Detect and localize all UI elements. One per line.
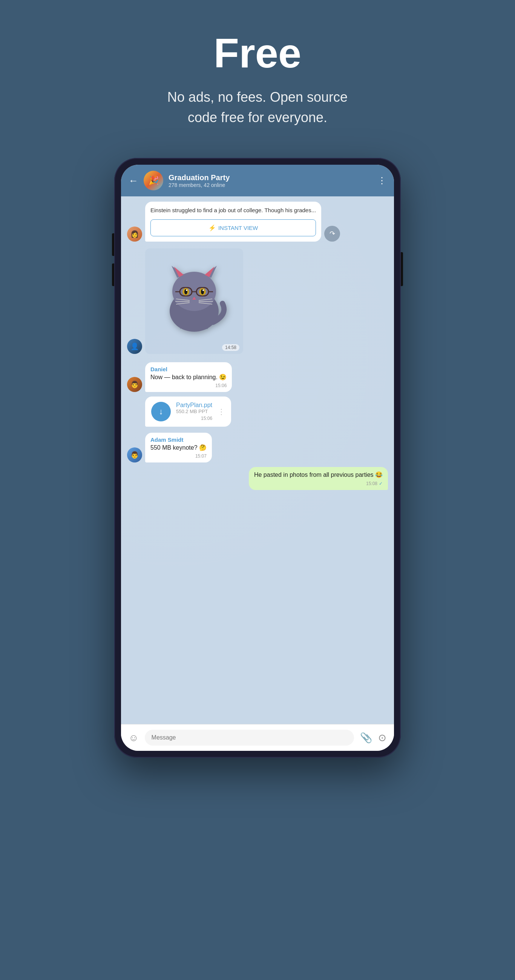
message-sender: Adam Smidt — [150, 436, 207, 443]
svg-point-13 — [186, 290, 187, 291]
file-bubble: ↓ PartyPlan.ppt 550.2 MB PPT 15:06 ⋮ — [145, 396, 231, 427]
check-icon: ✓ — [379, 481, 383, 486]
avatar: 👤 — [127, 339, 142, 354]
chat-header: ← 🎉 Graduation Party 278 members, 42 onl… — [121, 165, 394, 196]
cat-sticker — [160, 258, 228, 344]
chat-input-bar: ☺ 📎 ⊙ — [121, 724, 394, 751]
message-input[interactable] — [145, 730, 354, 746]
camera-button[interactable]: ⊙ — [378, 732, 386, 744]
group-name: Graduation Party — [169, 173, 372, 182]
side-button-power — [401, 252, 403, 286]
file-name: PartyPlan.ppt — [176, 402, 212, 409]
group-info: Graduation Party 278 members, 42 online — [169, 173, 372, 188]
phone-mockup: ← 🎉 Graduation Party 278 members, 42 onl… — [114, 158, 401, 757]
message-time: 15:07 — [150, 453, 207, 459]
side-button-vol-up — [112, 233, 114, 256]
chat-body: 👩 Einstein struggled to find a job out o… — [121, 196, 394, 724]
phone-screen: ← 🎉 Graduation Party 278 members, 42 onl… — [121, 165, 394, 751]
table-row: 👩 Einstein struggled to find a job out o… — [127, 202, 388, 242]
message-text: He pasted in photos from all previous pa… — [254, 471, 383, 479]
avatar: 👨 — [127, 447, 142, 463]
group-meta: 278 members, 42 online — [169, 182, 372, 188]
link-preview-text: Einstein struggled to find a job out of … — [150, 206, 316, 215]
svg-point-14 — [202, 290, 204, 291]
message-time: 15:08 ✓ — [254, 481, 383, 486]
table-row: ↓ PartyPlan.ppt 550.2 MB PPT 15:06 ⋮ — [127, 396, 388, 427]
avatar: 👨 — [127, 377, 142, 392]
table-row: He pasted in photos from all previous pa… — [127, 467, 388, 490]
message-text: 550 MB keynote? 🤔 — [150, 444, 207, 452]
sticker-image: l = πr² A = πr² V = l³ P = 2πr A = πr³ s… — [145, 248, 243, 354]
instant-view-label: INSTANT VIEW — [218, 224, 258, 231]
attach-button[interactable]: 📎 — [360, 732, 372, 744]
back-button[interactable]: ← — [129, 175, 139, 186]
download-button[interactable]: ↓ — [151, 402, 171, 422]
link-preview-bubble: Einstein struggled to find a job out of … — [145, 202, 321, 242]
file-menu-button[interactable]: ⋮ — [218, 407, 225, 416]
message-time: 15:06 — [150, 383, 226, 388]
share-button[interactable]: ↷ — [324, 226, 340, 242]
own-message-bubble: He pasted in photos from all previous pa… — [249, 467, 388, 490]
time-label: 15:08 — [366, 481, 377, 486]
hero-subtitle: No ads, no fees. Open sourcecode free fo… — [167, 87, 348, 128]
hero-section: Free No ads, no fees. Open sourcecode fr… — [92, 0, 423, 150]
side-button-vol-down — [112, 264, 114, 286]
phone-outer: ← 🎉 Graduation Party 278 members, 42 onl… — [114, 158, 401, 757]
file-info: PartyPlan.ppt 550.2 MB PPT 15:06 — [176, 402, 212, 421]
sticker-message: 👤 l = πr² A = πr² V = l³ P = 2πr A = πr³… — [127, 248, 388, 354]
group-avatar: 🎉 — [143, 171, 163, 190]
message-text: Now — back to planning. 😉 — [150, 373, 226, 382]
message-bubble: Adam Smidt 550 MB keynote? 🤔 15:07 — [145, 433, 212, 463]
instant-view-button[interactable]: ⚡ INSTANT VIEW — [150, 220, 316, 236]
lightning-icon: ⚡ — [209, 224, 216, 231]
file-size: 550.2 MB PPT — [176, 409, 212, 414]
file-time: 15:06 — [176, 416, 212, 421]
sticker-time: 14:58 — [222, 344, 239, 351]
message-sender: Daniel — [150, 366, 226, 372]
table-row: 👨 Adam Smidt 550 MB keynote? 🤔 15:07 — [127, 433, 388, 463]
table-row: 👨 Daniel Now — back to planning. 😉 15:06 — [127, 362, 388, 392]
more-options-button[interactable]: ⋮ — [377, 175, 386, 186]
emoji-button[interactable]: ☺ — [129, 732, 139, 744]
avatar: 👩 — [127, 226, 142, 242]
message-bubble: Daniel Now — back to planning. 😉 15:06 — [145, 362, 232, 392]
hero-title: Free — [167, 30, 348, 76]
